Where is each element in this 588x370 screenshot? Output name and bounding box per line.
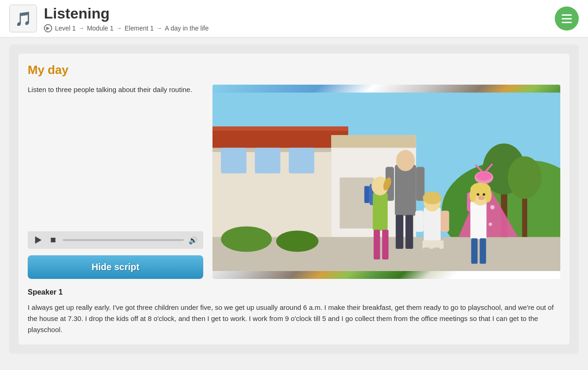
lesson-image (212, 85, 560, 279)
svg-rect-37 (441, 210, 449, 232)
svg-rect-27 (364, 186, 370, 203)
section-title: My day (28, 63, 560, 77)
hamburger-line-1 (562, 14, 572, 16)
svg-rect-9 (289, 148, 314, 173)
script-section: Speaker 1 I always get up really early. … (28, 288, 560, 335)
play-button[interactable] (33, 235, 43, 245)
svg-point-21 (396, 150, 415, 171)
app-icon: 🎵 (9, 5, 37, 32)
svg-point-57 (477, 193, 479, 196)
breadcrumb-home-icon: ▶ (44, 24, 52, 32)
svg-rect-23 (416, 167, 424, 201)
svg-rect-49 (470, 201, 486, 239)
breadcrumb-level: Level 1 (55, 25, 76, 32)
svg-rect-31 (374, 230, 380, 259)
main-container: My day Listen to three people talking ab… (9, 44, 579, 354)
breadcrumb-day: A day in the life (165, 25, 209, 32)
svg-rect-51 (480, 238, 486, 264)
hamburger-icon (562, 14, 572, 23)
svg-point-55 (485, 189, 492, 202)
svg-point-35 (423, 191, 441, 204)
svg-rect-6 (212, 127, 348, 131)
hamburger-line-2 (562, 18, 572, 19)
breadcrumb: ▶ Level 1 → Module 1 → Element 1 → A day… (44, 24, 209, 32)
svg-rect-36 (415, 210, 424, 232)
volume-icon[interactable]: 🔊 (188, 236, 198, 245)
stop-button[interactable] (48, 235, 58, 245)
svg-rect-8 (255, 148, 280, 173)
svg-rect-33 (424, 207, 441, 241)
svg-point-19 (508, 156, 541, 199)
content-layout: Listen to three people talking about the… (28, 85, 560, 279)
svg-rect-25 (406, 215, 413, 249)
svg-rect-40 (433, 247, 440, 269)
hamburger-line-3 (562, 22, 572, 23)
svg-rect-28 (373, 192, 388, 231)
script-text: I always get up really early. I've got t… (28, 302, 560, 335)
lesson-image-svg (212, 85, 560, 279)
music-icon: 🎵 (15, 11, 32, 27)
svg-rect-11 (331, 135, 416, 148)
svg-point-56 (478, 196, 485, 200)
audio-player: 🔊 (28, 231, 203, 249)
svg-point-58 (483, 193, 485, 196)
right-panel (212, 85, 560, 279)
header-title-block: Listening ▶ Level 1 → Module 1 → Element… (44, 5, 209, 32)
hide-script-button[interactable]: Hide script (28, 255, 203, 279)
menu-button[interactable] (555, 6, 579, 31)
svg-point-54 (469, 189, 476, 202)
description-text: Listen to three people talking about the… (28, 85, 203, 95)
svg-rect-50 (471, 238, 478, 264)
breadcrumb-arrow-1: → (79, 25, 84, 31)
svg-point-15 (276, 231, 319, 252)
breadcrumb-arrow-2: → (116, 25, 122, 31)
svg-rect-20 (395, 165, 416, 216)
stop-icon (51, 238, 55, 242)
svg-point-47 (489, 222, 492, 226)
spacer (28, 102, 203, 225)
breadcrumb-arrow-3: → (157, 25, 162, 31)
header-left: 🎵 Listening ▶ Level 1 → Module 1 → Eleme… (9, 5, 209, 32)
header: 🎵 Listening ▶ Level 1 → Module 1 → Eleme… (0, 0, 588, 37)
breadcrumb-module: Module 1 (87, 25, 114, 32)
svg-point-14 (221, 226, 272, 252)
svg-rect-39 (423, 247, 430, 269)
svg-point-45 (490, 205, 494, 210)
svg-rect-24 (396, 215, 404, 249)
page-title: Listening (44, 5, 209, 22)
speaker-label: Speaker 1 (28, 288, 560, 296)
play-icon (35, 236, 42, 244)
progress-bar[interactable] (63, 239, 184, 241)
svg-rect-7 (221, 148, 246, 173)
svg-rect-32 (382, 230, 388, 259)
content-card: My day Listen to three people talking ab… (18, 54, 570, 345)
svg-rect-12 (339, 178, 373, 228)
breadcrumb-element: Element 1 (125, 25, 154, 32)
svg-rect-38 (423, 240, 444, 249)
left-panel: Listen to three people talking about the… (28, 85, 203, 279)
